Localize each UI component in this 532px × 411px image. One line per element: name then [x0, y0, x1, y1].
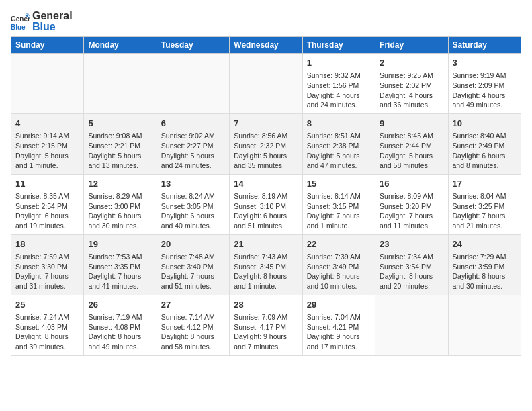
day-number: 7 — [234, 118, 298, 130]
day-number: 22 — [307, 238, 371, 250]
calendar-cell: 21Sunrise: 7:43 AM Sunset: 3:45 PM Dayli… — [230, 234, 302, 295]
calendar-cell — [375, 295, 448, 355]
calendar-cell: 7Sunrise: 8:56 AM Sunset: 2:32 PM Daylig… — [230, 113, 302, 174]
calendar-cell — [230, 54, 302, 114]
day-number: 1 — [307, 57, 371, 69]
calendar-cell: 25Sunrise: 7:24 AM Sunset: 4:03 PM Dayli… — [11, 295, 84, 355]
day-info: Sunrise: 8:04 AM Sunset: 3:25 PM Dayligh… — [453, 191, 517, 231]
calendar-cell: 13Sunrise: 8:24 AM Sunset: 3:05 PM Dayli… — [157, 174, 229, 234]
day-number: 26 — [88, 299, 152, 311]
calendar-cell: 10Sunrise: 8:40 AM Sunset: 2:49 PM Dayli… — [448, 113, 521, 174]
day-info: Sunrise: 8:40 AM Sunset: 2:49 PM Dayligh… — [453, 131, 517, 171]
calendar-cell: 22Sunrise: 7:39 AM Sunset: 3:49 PM Dayli… — [302, 234, 375, 295]
day-info: Sunrise: 8:24 AM Sunset: 3:05 PM Dayligh… — [161, 191, 225, 231]
calendar-cell — [11, 54, 84, 114]
day-info: Sunrise: 7:29 AM Sunset: 3:59 PM Dayligh… — [453, 252, 517, 291]
day-number: 12 — [88, 178, 152, 190]
day-info: Sunrise: 7:53 AM Sunset: 3:35 PM Dayligh… — [88, 252, 152, 291]
calendar-week-5: 25Sunrise: 7:24 AM Sunset: 4:03 PM Dayli… — [11, 295, 521, 355]
day-info: Sunrise: 9:32 AM Sunset: 1:56 PM Dayligh… — [307, 71, 371, 110]
day-number: 19 — [88, 238, 152, 250]
calendar-cell: 6Sunrise: 9:02 AM Sunset: 2:27 PM Daylig… — [157, 113, 229, 174]
calendar-cell: 27Sunrise: 7:14 AM Sunset: 4:12 PM Dayli… — [157, 295, 229, 355]
calendar-cell — [448, 295, 521, 355]
day-info: Sunrise: 9:14 AM Sunset: 2:15 PM Dayligh… — [15, 131, 79, 171]
day-info: Sunrise: 9:25 AM Sunset: 2:02 PM Dayligh… — [380, 71, 443, 110]
day-number: 16 — [380, 178, 443, 190]
day-info: Sunrise: 9:02 AM Sunset: 2:27 PM Dayligh… — [161, 131, 225, 171]
svg-text:Blue: Blue — [11, 24, 26, 31]
day-number: 15 — [307, 178, 371, 190]
calendar-cell: 5Sunrise: 9:08 AM Sunset: 2:21 PM Daylig… — [84, 113, 157, 174]
day-number: 3 — [453, 57, 517, 69]
calendar-cell: 14Sunrise: 8:19 AM Sunset: 3:10 PM Dayli… — [230, 174, 302, 234]
calendar-cell: 28Sunrise: 7:09 AM Sunset: 4:17 PM Dayli… — [230, 295, 302, 355]
day-number: 28 — [234, 299, 298, 311]
logo-blue-text: Blue — [32, 21, 56, 32]
day-info: Sunrise: 7:09 AM Sunset: 4:17 PM Dayligh… — [234, 312, 298, 352]
calendar-cell: 9Sunrise: 8:45 AM Sunset: 2:44 PM Daylig… — [375, 113, 448, 174]
day-info: Sunrise: 7:34 AM Sunset: 3:54 PM Dayligh… — [380, 252, 443, 291]
calendar-cell: 2Sunrise: 9:25 AM Sunset: 2:02 PM Daylig… — [375, 54, 448, 114]
day-info: Sunrise: 8:29 AM Sunset: 3:00 PM Dayligh… — [88, 191, 152, 231]
calendar-cell: 18Sunrise: 7:59 AM Sunset: 3:30 PM Dayli… — [11, 234, 84, 295]
logo-general-text: General — [32, 10, 73, 21]
calendar-cell: 24Sunrise: 7:29 AM Sunset: 3:59 PM Dayli… — [448, 234, 521, 295]
calendar-cell — [157, 54, 229, 114]
day-info: Sunrise: 7:59 AM Sunset: 3:30 PM Dayligh… — [15, 252, 79, 291]
day-number: 25 — [15, 299, 79, 311]
calendar-cell: 1Sunrise: 9:32 AM Sunset: 1:56 PM Daylig… — [302, 54, 375, 114]
calendar-cell: 17Sunrise: 8:04 AM Sunset: 3:25 PM Dayli… — [448, 174, 521, 234]
day-number: 11 — [15, 178, 79, 190]
day-info: Sunrise: 9:08 AM Sunset: 2:21 PM Dayligh… — [88, 131, 152, 171]
day-info: Sunrise: 7:43 AM Sunset: 3:45 PM Dayligh… — [234, 252, 298, 291]
day-number: 21 — [234, 238, 298, 250]
calendar-cell: 16Sunrise: 8:09 AM Sunset: 3:20 PM Dayli… — [375, 174, 448, 234]
calendar-cell — [84, 54, 157, 114]
day-number: 17 — [453, 178, 517, 190]
calendar-cell: 11Sunrise: 8:35 AM Sunset: 2:54 PM Dayli… — [11, 174, 84, 234]
calendar-header-thursday: Thursday — [302, 37, 375, 54]
header: General Blue General Blue — [11, 11, 521, 32]
day-info: Sunrise: 8:14 AM Sunset: 3:15 PM Dayligh… — [307, 191, 371, 231]
calendar-header-monday: Monday — [84, 37, 157, 54]
calendar-cell: 20Sunrise: 7:48 AM Sunset: 3:40 PM Dayli… — [157, 234, 229, 295]
day-info: Sunrise: 8:56 AM Sunset: 2:32 PM Dayligh… — [234, 131, 298, 171]
day-number: 23 — [380, 238, 443, 250]
day-number: 24 — [453, 238, 517, 250]
day-info: Sunrise: 8:09 AM Sunset: 3:20 PM Dayligh… — [380, 191, 443, 231]
calendar-week-1: 1Sunrise: 9:32 AM Sunset: 1:56 PM Daylig… — [11, 54, 521, 114]
calendar-header-row: SundayMondayTuesdayWednesdayThursdayFrid… — [11, 37, 521, 54]
calendar-cell: 8Sunrise: 8:51 AM Sunset: 2:38 PM Daylig… — [302, 113, 375, 174]
calendar-table: SundayMondayTuesdayWednesdayThursdayFrid… — [11, 36, 521, 356]
day-number: 20 — [161, 238, 225, 250]
day-number: 8 — [307, 118, 371, 130]
day-info: Sunrise: 7:24 AM Sunset: 4:03 PM Dayligh… — [15, 312, 79, 352]
calendar-week-4: 18Sunrise: 7:59 AM Sunset: 3:30 PM Dayli… — [11, 234, 521, 295]
calendar-cell: 19Sunrise: 7:53 AM Sunset: 3:35 PM Dayli… — [84, 234, 157, 295]
day-info: Sunrise: 8:45 AM Sunset: 2:44 PM Dayligh… — [380, 131, 443, 171]
day-number: 4 — [15, 118, 79, 130]
logo: General Blue General Blue — [11, 11, 73, 32]
day-info: Sunrise: 7:39 AM Sunset: 3:49 PM Dayligh… — [307, 252, 371, 291]
day-info: Sunrise: 8:35 AM Sunset: 2:54 PM Dayligh… — [15, 191, 79, 231]
calendar-cell: 26Sunrise: 7:19 AM Sunset: 4:08 PM Dayli… — [84, 295, 157, 355]
day-number: 27 — [161, 299, 225, 311]
day-number: 9 — [380, 118, 443, 130]
calendar-cell: 23Sunrise: 7:34 AM Sunset: 3:54 PM Dayli… — [375, 234, 448, 295]
day-number: 29 — [307, 299, 371, 311]
day-info: Sunrise: 8:51 AM Sunset: 2:38 PM Dayligh… — [307, 131, 371, 171]
day-number: 18 — [15, 238, 79, 250]
calendar-header-saturday: Saturday — [448, 37, 521, 54]
day-info: Sunrise: 8:19 AM Sunset: 3:10 PM Dayligh… — [234, 191, 298, 231]
calendar-cell: 29Sunrise: 7:04 AM Sunset: 4:21 PM Dayli… — [302, 295, 375, 355]
day-number: 13 — [161, 178, 225, 190]
day-info: Sunrise: 7:48 AM Sunset: 3:40 PM Dayligh… — [161, 252, 225, 291]
day-info: Sunrise: 9:19 AM Sunset: 2:09 PM Dayligh… — [453, 71, 517, 110]
logo-icon: General Blue — [11, 12, 30, 31]
day-number: 6 — [161, 118, 225, 130]
calendar-header-sunday: Sunday — [11, 37, 84, 54]
calendar-header-wednesday: Wednesday — [230, 37, 302, 54]
day-info: Sunrise: 7:19 AM Sunset: 4:08 PM Dayligh… — [88, 312, 152, 352]
calendar-cell: 3Sunrise: 9:19 AM Sunset: 2:09 PM Daylig… — [448, 54, 521, 114]
